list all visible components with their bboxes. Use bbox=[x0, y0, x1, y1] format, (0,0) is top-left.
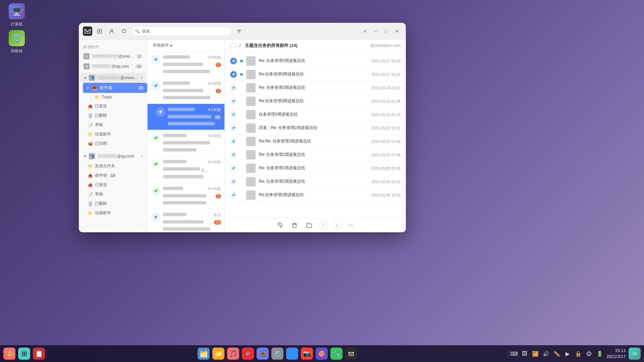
email-1-badge: 1 bbox=[216, 63, 221, 67]
taskbar-app-finder[interactable]: 🗂️ bbox=[198, 348, 210, 360]
sidebar-folder-spam[interactable]: 📁 垃圾邮件 bbox=[84, 130, 146, 139]
detail-6-arrow bbox=[230, 125, 237, 131]
filter-all-btn[interactable]: 所有邮件 ▾ bbox=[151, 42, 174, 49]
menu-button[interactable]: ≡ bbox=[360, 26, 370, 36]
email-list-body: 3小时前 1 bbox=[148, 52, 224, 232]
sidebar-folder-sent[interactable]: 📤 已发送 bbox=[84, 102, 146, 111]
detail-5-avatar bbox=[246, 110, 256, 119]
taskbar-icon-battery[interactable]: 🔋 bbox=[596, 350, 604, 358]
detail-item-2[interactable]: Re:任务管理3周进展总结 2021-03-17 13:18 bbox=[225, 68, 406, 81]
prev-email-button[interactable]: ‹ bbox=[319, 221, 328, 230]
taskbar-app-tool[interactable]: 🔧 bbox=[330, 348, 342, 360]
desktop-icon-recycle-label: 回收站 bbox=[11, 48, 23, 54]
inbox2-icon: 📥 bbox=[88, 173, 93, 178]
detail-item-10[interactable]: Re: 任务管理2周进展总结 2021-03-08 21:02 bbox=[225, 175, 406, 188]
detail-1-avatar bbox=[246, 56, 256, 66]
account2-expanded-header[interactable]: ▼ 📬 @qq.com ▾ bbox=[80, 151, 146, 161]
detail-item-9[interactable]: Re: 任务管理2周进展总结 2021-03-08 21:09 bbox=[225, 162, 406, 175]
taskbar-icon-display[interactable]: 🖼 bbox=[521, 350, 529, 358]
sidebar-account-2[interactable]: ✉ @qq.com 18 bbox=[80, 61, 146, 71]
email-item-7[interactable]: 昨天 25 bbox=[148, 209, 224, 232]
taskbar-app-mail[interactable] bbox=[345, 348, 357, 360]
select-all-checkbox[interactable] bbox=[230, 43, 235, 48]
taskbar-icon-arrow[interactable]: ▶ bbox=[564, 350, 572, 358]
filter-button[interactable] bbox=[234, 26, 244, 36]
check-circle[interactable]: ✓ bbox=[238, 43, 242, 48]
account-expanded-section: ▼ 📬 @uniontech.com ▾ ▼ 📥 收件箱 2 bbox=[79, 73, 147, 148]
deleted2-icon: 🗑️ bbox=[88, 201, 93, 206]
taskbar-icon-sound[interactable]: 🔊 bbox=[542, 350, 550, 358]
detail-item-8[interactable]: Re: 任务管理2周进展总结 2021-03-15 17:46 bbox=[225, 148, 406, 162]
sidebar-folder-drafts[interactable]: 📝 草稿 bbox=[84, 120, 146, 129]
account-expanded-arrow: ▾ bbox=[141, 76, 143, 80]
detail-item-4[interactable]: Re:任务管理3周进展总结 2021-03-16 21:36 bbox=[225, 95, 406, 108]
email-detail-header: ✓ 主题含任务的所有邮件 (14) @uniontech.com bbox=[225, 40, 406, 52]
svg-rect-0 bbox=[83, 26, 92, 36]
search-bar[interactable]: 🔍 bbox=[131, 26, 232, 36]
minimize-button[interactable]: − bbox=[371, 26, 380, 36]
email-item-2[interactable]: 4小时前 2 bbox=[148, 78, 224, 104]
refresh-button[interactable] bbox=[119, 26, 128, 36]
email-item-5[interactable]: 4小时前 文... bbox=[148, 156, 224, 183]
taskbar-app-browser2[interactable]: 🦋 bbox=[257, 348, 269, 360]
account-expanded-header[interactable]: ▼ 📬 @uniontech.com ▾ bbox=[80, 73, 146, 83]
taskbar-app-colorpicker[interactable]: 🎨 bbox=[3, 348, 15, 360]
taskbar-app-calendar[interactable]: 17 bbox=[242, 348, 254, 360]
detail-item-7[interactable]: Re:Re: 任务管理2周进展总结 2021-03-15 17:59 bbox=[225, 135, 406, 148]
email-6-time: 4小时前 bbox=[208, 186, 221, 191]
detail-item-5[interactable]: 任务管理3周进展总结 2021-03-16 21:18 bbox=[225, 108, 406, 121]
detail-item-1[interactable]: Re: 任务管理3周进展总结 2021-03-17 13:23 bbox=[225, 54, 406, 68]
sidebar-folder-inbox[interactable]: ▼ 📥 收件箱 2 bbox=[83, 83, 147, 93]
sidebar-folder-drafts2[interactable]: 📝 草稿 bbox=[84, 190, 146, 199]
next-email-button[interactable]: › bbox=[332, 221, 341, 230]
sidebar-folder-deleted[interactable]: 🗑️ 已删除 bbox=[84, 111, 146, 120]
taskbar-app-chrome[interactable]: 🌐 bbox=[286, 348, 298, 360]
contacts-button[interactable] bbox=[107, 26, 116, 36]
detail-2-arrow bbox=[230, 71, 237, 78]
compose-button[interactable] bbox=[95, 26, 104, 36]
detail-2-avatar bbox=[246, 70, 256, 79]
taskbar-icon-network[interactable]: 📶 bbox=[531, 350, 539, 358]
sidebar-folder-deleted2[interactable]: 🗑️ 已删除 bbox=[84, 199, 146, 208]
sidebar-folder-sent2[interactable]: 📤 已发送 bbox=[84, 180, 146, 189]
email-item-1[interactable]: 3小时前 1 bbox=[148, 52, 224, 78]
taskbar-icon-pen[interactable]: ✏️ bbox=[553, 350, 561, 358]
detail-item-6[interactable]: 回复：Re: 任务管理2周进展总结 2021-03-16 16:12 bbox=[225, 121, 406, 135]
detail-item-3[interactable]: Re: 任务管理3周进展总结 2021-03-16 22:07 bbox=[225, 81, 406, 95]
desktop-icon-recycle[interactable]: 🗑️ 回收站 bbox=[3, 30, 30, 54]
sidebar-folder-archived[interactable]: 📦 已归档 bbox=[84, 139, 146, 148]
sidebar-folder-trash[interactable]: 📁 Trash bbox=[91, 93, 146, 101]
sidebar-account-1[interactable]: ✉ @uniontech.com 2 bbox=[80, 51, 146, 61]
reply-button[interactable] bbox=[274, 220, 285, 231]
email-item-4[interactable]: 4小时前 bbox=[148, 130, 224, 156]
close-button[interactable]: ✕ bbox=[392, 26, 402, 36]
taskbar-app-settings[interactable]: ⚙️ bbox=[271, 348, 283, 360]
taskbar-icon-power[interactable]: ⏻ bbox=[585, 350, 593, 358]
taskbar-app-folder[interactable]: 📁 bbox=[212, 348, 224, 360]
move-folder-button[interactable] bbox=[304, 220, 315, 231]
taskbar-icon-lock[interactable]: 🔒 bbox=[574, 350, 582, 358]
search-input[interactable] bbox=[142, 29, 228, 34]
maximize-button[interactable]: □ bbox=[382, 26, 391, 36]
email-item-6[interactable]: 4小时前 2 bbox=[148, 183, 224, 209]
sidebar-folder-inbox2[interactable]: 📥 收件箱 18 bbox=[84, 171, 146, 180]
taskbar-app-red[interactable]: 📋 bbox=[33, 348, 45, 360]
more-actions-button[interactable]: ··· bbox=[345, 220, 356, 231]
detail-11-date: 2021-03-08 16:58 bbox=[371, 193, 400, 197]
email-item-3[interactable]: 4小时前 14 bbox=[148, 104, 224, 130]
sidebar-folder-other[interactable]: 📁 其他文件夹 bbox=[84, 162, 146, 171]
taskbar-icon-keyboard[interactable]: ⌨ bbox=[510, 350, 518, 358]
taskbar-app-tiles[interactable]: ⊞ bbox=[18, 348, 30, 360]
desktop-icon-computer[interactable]: 🖥️ 计算机 bbox=[3, 3, 30, 27]
account2-folders: 📁 其他文件夹 📥 收件箱 18 📤 已发送 📝 草稿 bbox=[83, 162, 147, 218]
taskbar-app-camera[interactable]: 📷 bbox=[301, 348, 313, 360]
taskbar-app-target[interactable]: 🎯 bbox=[316, 348, 328, 360]
sidebar-folder-spam2[interactable]: 📁 垃圾邮件 bbox=[84, 208, 146, 218]
detail-item-11[interactable]: Re:任务管理2周进展总结 2021-03-08 16:58 bbox=[225, 188, 406, 202]
detail-1-subject: Re: 任务管理3周进展总结 bbox=[259, 58, 368, 64]
inbox2-badge: 18 bbox=[109, 174, 116, 178]
taskbar-app-music[interactable]: 🎵 bbox=[227, 348, 239, 360]
taskbar-user-avatar[interactable]: ZW bbox=[629, 348, 641, 360]
email-detail-list: Re: 任务管理3周进展总结 2021-03-17 13:23 Re:任务管理3… bbox=[225, 52, 406, 218]
delete-button[interactable] bbox=[289, 220, 300, 231]
